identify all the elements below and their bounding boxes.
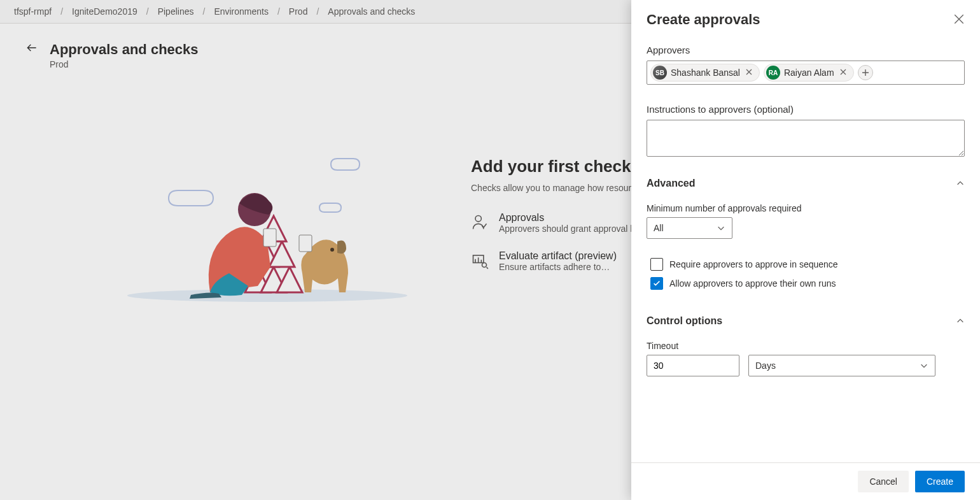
control-options-label: Control options [647, 315, 722, 327]
remove-approver-icon[interactable] [838, 68, 848, 78]
cb-own-row[interactable]: Allow approvers to approve their own run… [650, 277, 965, 290]
approver-name: Raiyan Alam [784, 68, 834, 78]
checkbox-checked-icon[interactable] [650, 277, 663, 290]
advanced-label: Advanced [647, 178, 695, 189]
cb-sequence-row[interactable]: Require approvers to approve in sequence [650, 258, 965, 271]
chevron-up-icon [956, 317, 965, 325]
timeout-value-input[interactable] [647, 355, 739, 376]
instructions-input[interactable] [647, 120, 965, 157]
panel-title: Create approvals [647, 11, 760, 28]
chevron-down-icon [920, 361, 928, 370]
cb-sequence-label: Require approvers to approve in sequence [669, 259, 838, 269]
create-approvals-panel: Create approvals Approvers SB Shashank B… [631, 0, 980, 500]
cb-own-label: Allow approvers to approve their own run… [669, 278, 836, 289]
approver-chip: SB Shashank Bansal [650, 64, 760, 82]
add-approver-icon[interactable] [858, 65, 873, 80]
approvers-field[interactable]: SB Shashank Bansal RA Raiyan Alam [647, 61, 965, 85]
remove-approver-icon[interactable] [744, 68, 754, 78]
instructions-label: Instructions to approvers (optional) [647, 104, 965, 115]
create-button[interactable]: Create [915, 471, 965, 492]
control-options-toggle[interactable]: Control options [647, 315, 965, 327]
checkbox-unchecked-icon[interactable] [650, 258, 663, 271]
chevron-up-icon [956, 179, 965, 188]
panel-footer: Cancel Create [631, 462, 980, 500]
chevron-down-icon [717, 224, 725, 232]
advanced-toggle[interactable]: Advanced [647, 178, 965, 189]
avatar: RA [766, 66, 780, 80]
timeout-label: Timeout [647, 341, 965, 351]
approver-chip: RA Raiyan Alam [764, 64, 854, 82]
avatar: SB [653, 66, 667, 80]
min-approvals-select[interactable]: All [647, 217, 732, 239]
approvers-label: Approvers [647, 45, 965, 55]
min-approvals-value: All [654, 223, 664, 233]
min-approvals-label: Minimum number of approvals required [647, 203, 965, 213]
timeout-unit-select[interactable]: Days [748, 355, 935, 376]
close-icon[interactable] [953, 13, 965, 27]
timeout-unit-value: Days [755, 361, 776, 371]
approver-name: Shashank Bansal [671, 68, 740, 78]
cancel-button[interactable]: Cancel [858, 471, 909, 492]
